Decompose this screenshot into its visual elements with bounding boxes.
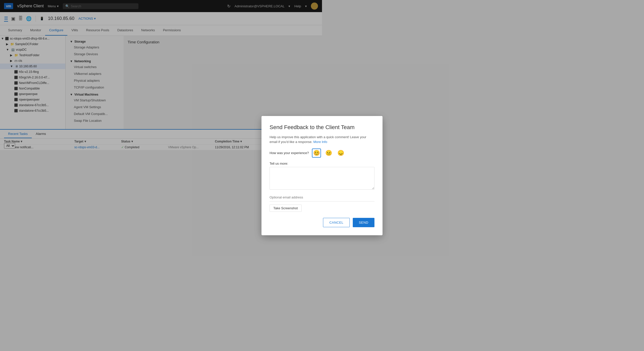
- modal-title: Send Feedback to the Client Team: [270, 124, 322, 131]
- modal-overlay: Send Feedback to the Client Team Help us…: [0, 0, 322, 176]
- experience-label: How was your experience?: [270, 151, 309, 155]
- emoji-happy[interactable]: 😊: [312, 149, 321, 158]
- more-info-link[interactable]: More Info: [313, 140, 322, 144]
- experience-row: How was your experience? 😊 😐 😞: [270, 149, 322, 158]
- tell-more-label: Tell us more:: [270, 162, 322, 165]
- tell-more-textarea[interactable]: [270, 167, 322, 176]
- feedback-modal: Send Feedback to the Client Team Help us…: [261, 116, 322, 176]
- modal-description: Help us improve this application with a …: [270, 135, 322, 144]
